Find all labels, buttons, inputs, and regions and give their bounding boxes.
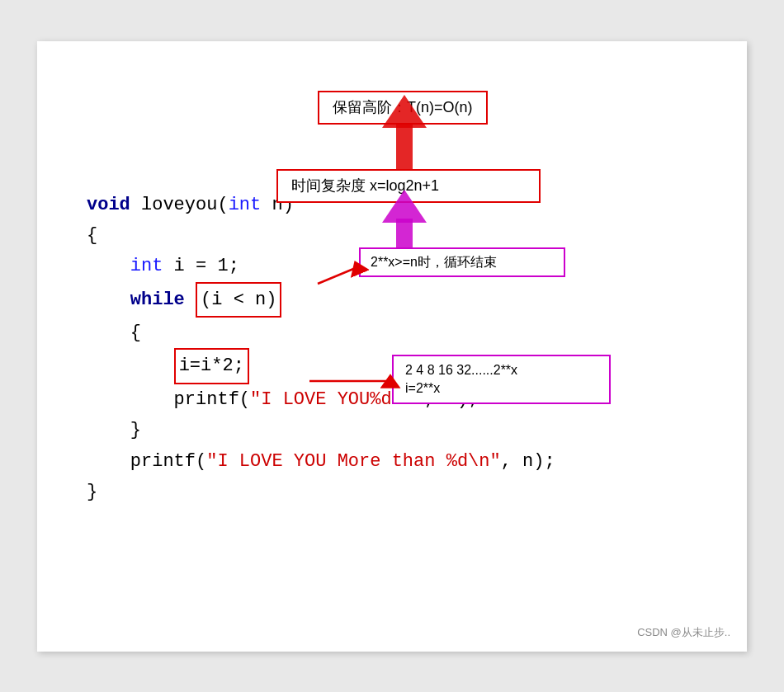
code-line-10: } <box>87 477 555 507</box>
annotation-label-2: 时间复杂度 x=log2n+1 <box>291 177 439 194</box>
annotation-label-4-line2: i=2**x <box>405 379 597 398</box>
annotation-label-4-line1: 2 4 8 16 32......2**x <box>405 361 597 379</box>
annotation-box-3: 2**x>=n时，循环结束 <box>359 247 565 277</box>
main-container: void loveyou(int n) { int i = 1; while (… <box>37 41 747 652</box>
code-line-9: printf("I LOVE YOU More than %d\n", n); <box>87 446 555 477</box>
code-line-5: { <box>87 318 555 348</box>
arrow-box2-to-box1 <box>396 124 413 169</box>
annotation-box-1: 保留高阶：T(n)=O(n) <box>318 91 488 125</box>
watermark: CSDN @从未止步.. <box>637 625 730 640</box>
code-line-8: } <box>87 415 555 445</box>
annotation-box-2: 时间复杂度 x=log2n+1 <box>276 169 541 203</box>
annotation-label-1: 保留高阶：T(n)=O(n) <box>333 99 473 115</box>
annotation-label-3: 2**x>=n时，循环结束 <box>371 255 497 269</box>
annotation-box-4: 2 4 8 16 32......2**x i=2**x <box>392 355 611 405</box>
code-area: void loveyou(int n) { int i = 1; while (… <box>87 190 555 508</box>
code-line-4: while (i < n) <box>87 282 555 318</box>
